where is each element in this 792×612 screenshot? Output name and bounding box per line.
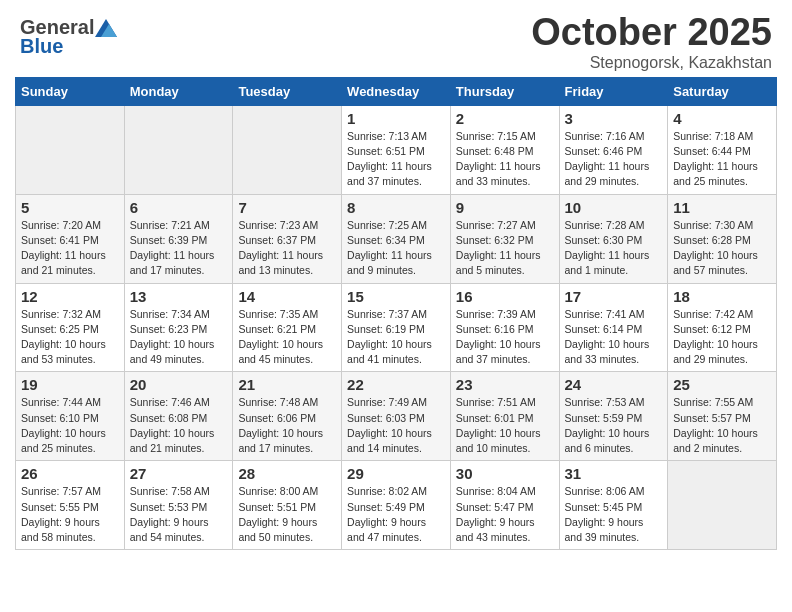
day-info: Sunrise: 7:32 AM Sunset: 6:25 PM Dayligh… xyxy=(21,307,119,368)
calendar-day-cell: 1Sunrise: 7:13 AM Sunset: 6:51 PM Daylig… xyxy=(342,105,451,194)
calendar-header-cell: Thursday xyxy=(450,77,559,105)
calendar-day-cell: 29Sunrise: 8:02 AM Sunset: 5:49 PM Dayli… xyxy=(342,461,451,550)
calendar-day-cell: 16Sunrise: 7:39 AM Sunset: 6:16 PM Dayli… xyxy=(450,283,559,372)
title-block: October 2025 Stepnogorsk, Kazakhstan xyxy=(531,12,772,72)
calendar-day-cell: 15Sunrise: 7:37 AM Sunset: 6:19 PM Dayli… xyxy=(342,283,451,372)
day-number: 29 xyxy=(347,465,445,482)
day-info: Sunrise: 8:00 AM Sunset: 5:51 PM Dayligh… xyxy=(238,484,336,545)
day-info: Sunrise: 7:55 AM Sunset: 5:57 PM Dayligh… xyxy=(673,395,771,456)
day-info: Sunrise: 7:20 AM Sunset: 6:41 PM Dayligh… xyxy=(21,218,119,279)
calendar-day-cell: 26Sunrise: 7:57 AM Sunset: 5:55 PM Dayli… xyxy=(16,461,125,550)
day-number: 12 xyxy=(21,288,119,305)
calendar-day-cell: 5Sunrise: 7:20 AM Sunset: 6:41 PM Daylig… xyxy=(16,194,125,283)
calendar-day-cell: 23Sunrise: 7:51 AM Sunset: 6:01 PM Dayli… xyxy=(450,372,559,461)
day-info: Sunrise: 7:51 AM Sunset: 6:01 PM Dayligh… xyxy=(456,395,554,456)
day-info: Sunrise: 7:30 AM Sunset: 6:28 PM Dayligh… xyxy=(673,218,771,279)
calendar-day-cell: 18Sunrise: 7:42 AM Sunset: 6:12 PM Dayli… xyxy=(668,283,777,372)
day-info: Sunrise: 8:04 AM Sunset: 5:47 PM Dayligh… xyxy=(456,484,554,545)
day-info: Sunrise: 7:23 AM Sunset: 6:37 PM Dayligh… xyxy=(238,218,336,279)
calendar-day-cell: 20Sunrise: 7:46 AM Sunset: 6:08 PM Dayli… xyxy=(124,372,233,461)
day-info: Sunrise: 7:34 AM Sunset: 6:23 PM Dayligh… xyxy=(130,307,228,368)
day-number: 14 xyxy=(238,288,336,305)
day-number: 10 xyxy=(565,199,663,216)
calendar-day-cell xyxy=(233,105,342,194)
day-number: 27 xyxy=(130,465,228,482)
day-info: Sunrise: 7:21 AM Sunset: 6:39 PM Dayligh… xyxy=(130,218,228,279)
day-number: 23 xyxy=(456,376,554,393)
calendar-day-cell: 12Sunrise: 7:32 AM Sunset: 6:25 PM Dayli… xyxy=(16,283,125,372)
day-info: Sunrise: 7:16 AM Sunset: 6:46 PM Dayligh… xyxy=(565,129,663,190)
day-info: Sunrise: 7:49 AM Sunset: 6:03 PM Dayligh… xyxy=(347,395,445,456)
day-info: Sunrise: 7:42 AM Sunset: 6:12 PM Dayligh… xyxy=(673,307,771,368)
calendar-day-cell: 3Sunrise: 7:16 AM Sunset: 6:46 PM Daylig… xyxy=(559,105,668,194)
day-info: Sunrise: 8:02 AM Sunset: 5:49 PM Dayligh… xyxy=(347,484,445,545)
calendar-day-cell: 28Sunrise: 8:00 AM Sunset: 5:51 PM Dayli… xyxy=(233,461,342,550)
day-info: Sunrise: 7:27 AM Sunset: 6:32 PM Dayligh… xyxy=(456,218,554,279)
day-number: 1 xyxy=(347,110,445,127)
calendar-day-cell: 11Sunrise: 7:30 AM Sunset: 6:28 PM Dayli… xyxy=(668,194,777,283)
location: Stepnogorsk, Kazakhstan xyxy=(531,54,772,72)
day-info: Sunrise: 8:06 AM Sunset: 5:45 PM Dayligh… xyxy=(565,484,663,545)
day-number: 20 xyxy=(130,376,228,393)
month-title: October 2025 xyxy=(531,12,772,54)
day-number: 28 xyxy=(238,465,336,482)
calendar-day-cell: 22Sunrise: 7:49 AM Sunset: 6:03 PM Dayli… xyxy=(342,372,451,461)
day-number: 15 xyxy=(347,288,445,305)
calendar-day-cell: 7Sunrise: 7:23 AM Sunset: 6:37 PM Daylig… xyxy=(233,194,342,283)
calendar-day-cell: 6Sunrise: 7:21 AM Sunset: 6:39 PM Daylig… xyxy=(124,194,233,283)
day-info: Sunrise: 7:39 AM Sunset: 6:16 PM Dayligh… xyxy=(456,307,554,368)
day-number: 3 xyxy=(565,110,663,127)
calendar-week-row: 1Sunrise: 7:13 AM Sunset: 6:51 PM Daylig… xyxy=(16,105,777,194)
calendar-day-cell: 2Sunrise: 7:15 AM Sunset: 6:48 PM Daylig… xyxy=(450,105,559,194)
day-number: 17 xyxy=(565,288,663,305)
day-number: 30 xyxy=(456,465,554,482)
calendar-header-cell: Sunday xyxy=(16,77,125,105)
calendar-day-cell: 14Sunrise: 7:35 AM Sunset: 6:21 PM Dayli… xyxy=(233,283,342,372)
calendar-day-cell xyxy=(16,105,125,194)
calendar-header-cell: Wednesday xyxy=(342,77,451,105)
day-info: Sunrise: 7:15 AM Sunset: 6:48 PM Dayligh… xyxy=(456,129,554,190)
calendar-day-cell: 9Sunrise: 7:27 AM Sunset: 6:32 PM Daylig… xyxy=(450,194,559,283)
day-info: Sunrise: 7:57 AM Sunset: 5:55 PM Dayligh… xyxy=(21,484,119,545)
day-info: Sunrise: 7:48 AM Sunset: 6:06 PM Dayligh… xyxy=(238,395,336,456)
day-info: Sunrise: 7:44 AM Sunset: 6:10 PM Dayligh… xyxy=(21,395,119,456)
day-number: 16 xyxy=(456,288,554,305)
day-number: 22 xyxy=(347,376,445,393)
calendar-day-cell xyxy=(668,461,777,550)
day-info: Sunrise: 7:18 AM Sunset: 6:44 PM Dayligh… xyxy=(673,129,771,190)
calendar-week-row: 19Sunrise: 7:44 AM Sunset: 6:10 PM Dayli… xyxy=(16,372,777,461)
calendar-day-cell: 31Sunrise: 8:06 AM Sunset: 5:45 PM Dayli… xyxy=(559,461,668,550)
day-number: 8 xyxy=(347,199,445,216)
day-number: 19 xyxy=(21,376,119,393)
day-number: 11 xyxy=(673,199,771,216)
calendar-header-cell: Saturday xyxy=(668,77,777,105)
day-info: Sunrise: 7:53 AM Sunset: 5:59 PM Dayligh… xyxy=(565,395,663,456)
calendar-table: SundayMondayTuesdayWednesdayThursdayFrid… xyxy=(15,77,777,550)
day-info: Sunrise: 7:46 AM Sunset: 6:08 PM Dayligh… xyxy=(130,395,228,456)
day-number: 21 xyxy=(238,376,336,393)
day-number: 5 xyxy=(21,199,119,216)
day-number: 18 xyxy=(673,288,771,305)
day-info: Sunrise: 7:41 AM Sunset: 6:14 PM Dayligh… xyxy=(565,307,663,368)
calendar-week-row: 26Sunrise: 7:57 AM Sunset: 5:55 PM Dayli… xyxy=(16,461,777,550)
day-number: 25 xyxy=(673,376,771,393)
calendar-day-cell: 13Sunrise: 7:34 AM Sunset: 6:23 PM Dayli… xyxy=(124,283,233,372)
calendar-header-row: SundayMondayTuesdayWednesdayThursdayFrid… xyxy=(16,77,777,105)
calendar-header-cell: Tuesday xyxy=(233,77,342,105)
calendar-day-cell xyxy=(124,105,233,194)
day-info: Sunrise: 7:35 AM Sunset: 6:21 PM Dayligh… xyxy=(238,307,336,368)
day-info: Sunrise: 7:28 AM Sunset: 6:30 PM Dayligh… xyxy=(565,218,663,279)
calendar-week-row: 5Sunrise: 7:20 AM Sunset: 6:41 PM Daylig… xyxy=(16,194,777,283)
day-number: 26 xyxy=(21,465,119,482)
day-number: 9 xyxy=(456,199,554,216)
day-info: Sunrise: 7:37 AM Sunset: 6:19 PM Dayligh… xyxy=(347,307,445,368)
day-info: Sunrise: 7:25 AM Sunset: 6:34 PM Dayligh… xyxy=(347,218,445,279)
day-number: 2 xyxy=(456,110,554,127)
logo-blue-text: Blue xyxy=(20,35,118,58)
calendar-day-cell: 8Sunrise: 7:25 AM Sunset: 6:34 PM Daylig… xyxy=(342,194,451,283)
calendar-day-cell: 17Sunrise: 7:41 AM Sunset: 6:14 PM Dayli… xyxy=(559,283,668,372)
day-number: 31 xyxy=(565,465,663,482)
calendar-header-cell: Monday xyxy=(124,77,233,105)
calendar-day-cell: 19Sunrise: 7:44 AM Sunset: 6:10 PM Dayli… xyxy=(16,372,125,461)
day-number: 24 xyxy=(565,376,663,393)
